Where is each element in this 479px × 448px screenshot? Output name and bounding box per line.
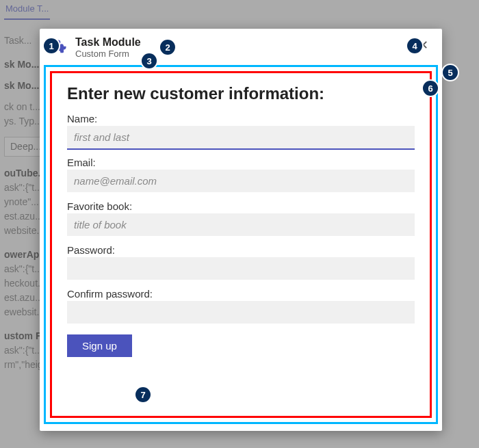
- confirm-password-label: Confirm password:: [67, 288, 415, 300]
- field-book: Favorite book:: [67, 200, 415, 236]
- callout-5: 5: [443, 65, 458, 80]
- callout-6: 6: [423, 81, 438, 96]
- name-input[interactable]: [67, 126, 415, 148]
- callout-7: 7: [135, 387, 151, 402]
- sign-up-button[interactable]: Sign up: [67, 334, 132, 357]
- callout-3: 3: [142, 53, 157, 68]
- name-label: Name:: [67, 113, 415, 124]
- callout-1: 1: [44, 38, 59, 53]
- field-name: Name:: [67, 113, 415, 148]
- field-email: Email:: [67, 157, 415, 192]
- email-input[interactable]: [67, 170, 415, 192]
- modal-subtitle: Custom Form: [75, 49, 413, 60]
- field-password: Password:: [67, 244, 415, 280]
- bg-tab: Module T...: [4, 2, 50, 20]
- modal-content: Enter new customer information: Name: Em…: [50, 71, 432, 418]
- field-confirm-password: Confirm password:: [67, 288, 415, 324]
- modal-header: Task Module Custom Form ✕: [40, 29, 442, 62]
- modal-iframe-area: Enter new customer information: Name: Em…: [44, 65, 438, 424]
- book-input[interactable]: [67, 213, 415, 236]
- password-label: Password:: [67, 244, 415, 256]
- book-label: Favorite book:: [67, 200, 415, 212]
- form-title: Enter new customer information:: [67, 84, 415, 103]
- callout-4: 4: [407, 38, 422, 53]
- task-module-modal: Task Module Custom Form ✕ Enter new cust…: [40, 29, 442, 431]
- modal-title: Task Module: [75, 36, 413, 49]
- confirm-password-input[interactable]: [67, 301, 415, 324]
- password-input[interactable]: [67, 257, 415, 280]
- callout-2: 2: [160, 40, 175, 55]
- email-label: Email:: [67, 157, 415, 168]
